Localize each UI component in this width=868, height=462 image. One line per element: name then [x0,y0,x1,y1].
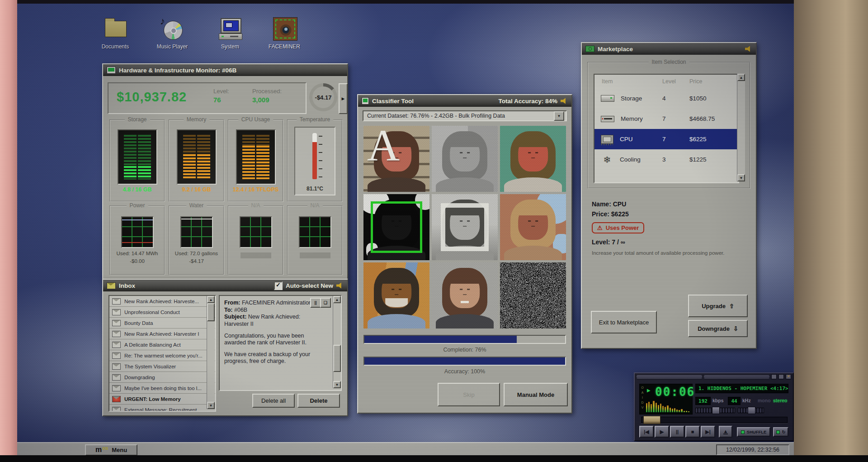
meter-na-bar [300,252,330,258]
item-row-cpu[interactable]: CPU7$6225 [594,129,738,149]
dataset-dropdown[interactable]: Current Dataset: 76.76% - 2.42GB - Bulk … [363,110,567,121]
eye [467,289,470,290]
item-table-scrollbar[interactable]: ▲ ▼ [737,74,745,181]
face-tile-8[interactable] [432,262,498,329]
inbox-titlebar[interactable]: Inbox ✓ Auto-select New [103,280,347,291]
message-body-2: We have created a backup of your progres… [224,351,323,365]
delete-all-button[interactable]: Delete all [252,394,295,408]
marketplace-titlebar[interactable]: Marketplace [582,43,756,55]
track-title[interactable]: 1. HIDDENOS - HOPEMINER <4:17> [695,384,788,393]
snowflake-icon: ❄ [601,154,613,165]
scroll-thumb[interactable] [333,345,341,372]
email-list-scrollbar[interactable]: ▲ ▼ [207,296,215,409]
email-row[interactable]: External Message: Recruitment [109,405,215,412]
computer-base-icon [219,33,242,40]
message-scrollbar[interactable]: ▲ ▼ [333,296,341,388]
scroll-up-icon[interactable]: ▲ [333,296,341,303]
email-row[interactable]: New Rank Achieved: Harveste... [109,296,215,307]
hardware-monitor-titlebar[interactable]: Hardware & Infrastructure Monitor: #06B [103,64,347,76]
face-tile-6[interactable] [500,194,566,260]
to-label: To: [224,307,233,313]
face-tile-5[interactable] [432,194,498,260]
email-row[interactable]: Re: The warmest welcome you'r... [109,350,215,361]
popout-button[interactable]: ❏ [320,298,331,308]
email-row[interactable]: Maybe I've been doing this too l... [109,383,215,394]
face-tile-3[interactable] [500,126,566,192]
item-row-cooling[interactable]: ❄Cooling3$1225 [594,149,738,170]
scroll-down-icon[interactable]: ▼ [207,402,215,409]
next-button[interactable]: ▶| [701,426,715,438]
desktop-icon-faceminer[interactable]: FACEMINER [264,17,305,50]
pause-button[interactable]: || [310,298,321,308]
graph-line-white [181,219,212,219]
chevron-down-icon[interactable]: ▼ [554,111,564,121]
expand-arrow-button[interactable]: ▶ [339,83,348,114]
classifier-speaker-icon[interactable] [561,98,568,104]
item-table[interactable]: Item Level Price Storage4$1050Memory7$46… [594,74,739,183]
item-row-storage[interactable]: Storage4$1050 [594,88,738,109]
scroll-up-icon[interactable]: ▲ [207,296,215,303]
item-cell: Storage [594,95,662,102]
dataset-value: Current Dataset: 76.76% - 2.42GB - Bulk … [367,113,505,119]
menu-button[interactable]: mOS Menu [85,444,137,455]
face-tile-9[interactable] [500,262,566,329]
email-row[interactable]: Downgrading [109,372,215,383]
seek-handle[interactable] [643,416,660,424]
seek-bar[interactable] [641,417,788,423]
balance-slider[interactable] [738,408,764,413]
bezel-top [0,0,868,4]
email-row[interactable]: URGENT: Low Memory [109,394,215,405]
previous-button[interactable]: |◀ [639,426,654,438]
samplerate-value: 44 [728,397,741,405]
exit-marketplace-button[interactable]: Exit to Marketplace [591,311,657,333]
downgrade-button[interactable]: Downgrade⇩ [688,320,748,337]
item-name: Name: CPU [592,200,626,208]
volume-slider[interactable] [695,408,735,413]
repeat-button[interactable]: ↻ [773,427,788,437]
autoselect-checkbox[interactable]: ✓ [274,281,283,290]
scroll-up-icon[interactable]: ▲ [737,74,745,81]
taskbar-clock[interactable]: 12/02/1999, 22:32:56 [716,444,789,455]
face-tile-1[interactable]: A [363,126,429,192]
desktop-icon-system[interactable]: System [209,17,251,50]
column-price: Price [689,78,735,85]
close-button[interactable]: ✕ [786,374,791,379]
shuffle-button[interactable]: SHUFFLE [737,427,770,437]
balance-value: $10,937.82 [117,90,187,105]
email-row[interactable]: New Rank Achieved: Harvester I [109,329,215,339]
scroll-down-icon[interactable]: ▼ [737,174,745,181]
shade-button[interactable] [778,374,784,379]
minimize-button[interactable] [771,374,777,379]
desktop-icon-documents[interactable]: Documents [94,17,136,50]
email-row[interactable]: A Delicate Balancing Act [109,339,215,350]
email-row[interactable]: Bounty Data [109,318,215,329]
gauge-value: 4.8 / 16 GB [110,186,164,193]
shoulders [368,177,426,192]
email-list[interactable]: New Rank Achieved: Harveste...Unprofessi… [108,295,216,412]
clutterbar[interactable]: OAIDV [641,385,644,410]
eject-button[interactable]: ▲ [719,426,732,438]
play-button[interactable]: ▶ [655,426,669,438]
meter-label: N/A [248,202,263,209]
scroll-down-icon[interactable]: ▼ [333,381,341,388]
player-titlebar[interactable]: ✕ [635,373,793,380]
face-tile-2[interactable] [432,126,498,192]
face-tile-7[interactable] [363,262,429,329]
email-row[interactable]: Unprofessional Conduct [109,307,215,318]
upgrade-button[interactable]: Upgrade⇧ [688,295,748,317]
stop-button[interactable]: ■ [685,426,700,438]
email-row[interactable]: The System Visualizer [109,361,215,372]
scroll-thumb[interactable] [207,303,215,321]
inbox-speaker-icon[interactable] [336,282,344,289]
face-tile-4[interactable] [363,194,429,260]
pause-button[interactable]: || [670,426,684,438]
window-classifier: Classifier Tool Total Accuracy: 84% Curr… [357,94,572,414]
classifier-titlebar[interactable]: Classifier Tool Total Accuracy: 84% [358,95,571,107]
marketplace-speaker-icon[interactable] [745,46,752,52]
manual-mode-button[interactable]: Manual Mode [504,383,568,406]
lcd-display: OAIDV ▶ 00:06 [639,384,693,414]
skip-button[interactable]: Skip [438,383,500,406]
item-row-memory[interactable]: Memory7$4668.75 [594,109,738,129]
delete-button[interactable]: Delete [297,394,340,408]
desktop-icon-music-player[interactable]: ♪Music Player [151,17,193,50]
